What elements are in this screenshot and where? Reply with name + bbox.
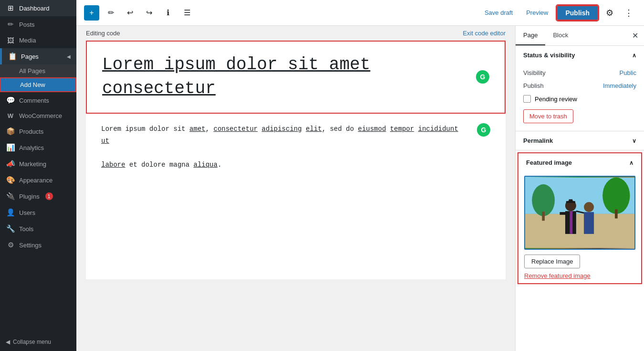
- sidebar-item-label: Comments: [19, 97, 49, 104]
- settings-gear-button[interactable]: ⚙: [602, 5, 617, 21]
- sidebar-item-tools[interactable]: 🔧 Tools: [0, 221, 76, 237]
- tools-icon: 🔧: [6, 224, 15, 233]
- body-elit: elit: [306, 125, 322, 133]
- body-eiusmod: eiusmod: [358, 125, 386, 133]
- status-visibility-section: Status & visibility ∧ Visibility Public …: [516, 46, 644, 131]
- more-options-button[interactable]: ⋮: [621, 5, 636, 21]
- exit-code-editor-link[interactable]: Exit code editor: [463, 30, 506, 37]
- publish-button[interactable]: Publish: [557, 5, 598, 21]
- tab-page[interactable]: Page: [516, 26, 545, 45]
- users-icon: 👤: [6, 208, 15, 217]
- featured-image-chevron: ∧: [629, 160, 633, 166]
- status-visibility-chevron: ∧: [632, 52, 636, 59]
- page-title-text: Lorem ipsum dolor sit amet consectetur: [102, 53, 476, 101]
- save-draft-button[interactable]: Save draft: [480, 6, 517, 19]
- collapse-arrow-icon: ◀: [6, 339, 10, 345]
- sidebar-item-label: Media: [19, 37, 36, 44]
- grammarly-icon: G: [476, 70, 489, 84]
- tab-block[interactable]: Block: [545, 26, 576, 45]
- svg-rect-5: [615, 209, 618, 218]
- body-aliqua: aliqua: [193, 161, 217, 169]
- sidebar-item-comments[interactable]: 💬 Comments: [0, 92, 76, 108]
- sidebar-item-plugins[interactable]: 🔌 Plugins 1: [0, 188, 76, 204]
- pending-review-row: Pending review: [523, 92, 636, 106]
- sidebar-item-appearance[interactable]: 🎨 Appearance: [0, 172, 76, 188]
- info-button[interactable]: ℹ: [160, 5, 176, 21]
- featured-image-svg: [525, 176, 634, 250]
- publish-row-value[interactable]: Immediately: [603, 82, 636, 89]
- body-incididunt: incididunt: [418, 125, 458, 133]
- sidebar-item-dashboard[interactable]: ⊞ Dashboard: [0, 0, 76, 16]
- publish-row-label: Publish: [523, 82, 544, 89]
- sidebar-item-label: Pages: [21, 53, 39, 60]
- pending-review-checkbox[interactable]: [523, 95, 531, 103]
- status-visibility-header[interactable]: Status & visibility ∧: [516, 46, 644, 64]
- panel-close-button[interactable]: ✕: [626, 27, 644, 44]
- svg-rect-1: [525, 214, 634, 248]
- woocommerce-icon: W: [6, 112, 15, 119]
- body-text: Lorem ipsum dolor sit amet, consectetur …: [101, 123, 469, 171]
- body-labore: labore: [101, 161, 125, 169]
- plugins-badge: 1: [45, 192, 53, 200]
- undo-button[interactable]: ↩: [122, 5, 137, 21]
- editor-canvas: Lorem ipsum dolor sit amet consectetur G…: [86, 41, 506, 279]
- permalink-chevron: ∨: [632, 138, 636, 144]
- sidebar-item-marketing[interactable]: 📣 Marketing: [0, 156, 76, 172]
- panel-tabs: Page Block ✕: [516, 26, 644, 46]
- top-toolbar: + ✏ ↩ ↪ ℹ ☰ Save draft Preview Publish ⚙…: [76, 0, 644, 26]
- body-adipiscing: adipiscing: [262, 125, 302, 133]
- add-block-button[interactable]: +: [84, 5, 99, 21]
- svg-point-12: [584, 202, 594, 212]
- sidebar-item-label: Users: [19, 209, 35, 216]
- list-view-button[interactable]: ☰: [179, 5, 195, 21]
- sidebar-item-analytics[interactable]: 📊 Analytics: [0, 139, 76, 156]
- collapse-menu-label: Collapse menu: [13, 339, 51, 345]
- sidebar-item-label: Appearance: [19, 177, 53, 184]
- sidebar-item-products[interactable]: 📦 Products: [0, 123, 76, 139]
- sidebar-item-label: Tools: [19, 225, 33, 233]
- redo-button[interactable]: ↪: [141, 5, 157, 21]
- editing-code-label: Editing code: [86, 30, 120, 37]
- sidebar-item-pages[interactable]: 📋 Pages ◀: [0, 48, 76, 64]
- visibility-value[interactable]: Public: [620, 69, 636, 76]
- sidebar-item-settings[interactable]: ⚙ Settings: [0, 237, 76, 253]
- preview-button[interactable]: Preview: [521, 6, 553, 19]
- editor-area: Editing code Exit code editor Lorem ipsu…: [76, 26, 515, 351]
- title-block[interactable]: Lorem ipsum dolor sit amet consectetur G: [86, 41, 506, 114]
- visibility-label: Visibility: [523, 69, 546, 76]
- edit-button[interactable]: ✏: [103, 5, 118, 21]
- main-area: + ✏ ↩ ↪ ℹ ☰ Save draft Preview Publish ⚙…: [76, 0, 644, 351]
- appearance-icon: 🎨: [6, 176, 15, 184]
- remove-featured-image-link[interactable]: Remove featured image: [524, 272, 635, 279]
- products-icon: 📦: [6, 127, 15, 136]
- sidebar-item-users[interactable]: 👤 Users: [0, 204, 76, 221]
- featured-image-title: Featured image: [526, 159, 572, 166]
- sidebar-item-media[interactable]: 🖼 Media: [0, 32, 76, 48]
- sidebar-subitem-all-pages[interactable]: All Pages: [0, 64, 76, 77]
- settings-icon: ⚙: [6, 241, 15, 249]
- dashboard-icon: ⊞: [6, 4, 15, 12]
- body-consectetur: consectetur: [213, 125, 257, 133]
- featured-image[interactable]: [524, 176, 635, 250]
- svg-rect-11: [560, 212, 566, 215]
- sidebar-item-posts[interactable]: ✏ Posts: [0, 16, 76, 32]
- collapse-menu-button[interactable]: ◀ Collapse menu: [0, 333, 76, 351]
- grammarly-icon-2: G: [477, 123, 490, 137]
- svg-point-2: [532, 184, 555, 216]
- editing-code-bar: Editing code Exit code editor: [76, 26, 515, 41]
- sidebar-item-woocommerce[interactable]: W WooCommerce: [0, 108, 76, 123]
- sidebar-item-label: Marketing: [19, 160, 46, 168]
- sidebar-item-label: Analytics: [19, 144, 44, 151]
- sidebar-item-label: Posts: [19, 21, 35, 28]
- sidebar-item-label: Products: [19, 128, 43, 135]
- status-visibility-title: Status & visibility: [523, 52, 575, 59]
- permalink-section: Permalink ∨: [516, 131, 644, 150]
- permalink-header[interactable]: Permalink ∨: [516, 131, 644, 150]
- svg-rect-3: [542, 212, 545, 221]
- permalink-title: Permalink: [523, 137, 553, 144]
- media-icon: 🖼: [6, 36, 15, 44]
- featured-image-header[interactable]: Featured image ∧: [518, 153, 641, 172]
- sidebar-subitem-add-new[interactable]: Add New: [0, 77, 76, 92]
- replace-image-button[interactable]: Replace Image: [524, 255, 580, 268]
- move-to-trash-button[interactable]: Move to trash: [523, 109, 573, 123]
